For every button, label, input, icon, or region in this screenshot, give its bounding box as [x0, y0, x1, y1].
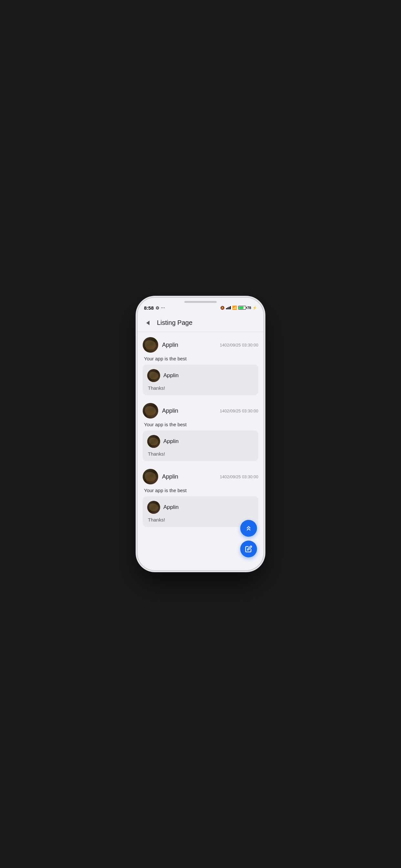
avatar-image [143, 337, 158, 352]
status-clock-icon: ⊙ [156, 306, 159, 310]
avatar [143, 469, 158, 485]
status-left: 8:58 ⊙ ··· [144, 305, 165, 311]
review-text: Your app is the best [143, 356, 258, 361]
reviewer-info: Applin 1402/09/25 03:30:00 [162, 342, 258, 348]
reply-avatar-image [147, 435, 160, 448]
reply-text: Thanks! [147, 385, 254, 391]
fab-container [240, 520, 257, 557]
back-button[interactable] [143, 318, 153, 328]
reply-name: Applin [163, 438, 179, 445]
battery-level: 78 [247, 306, 251, 310]
reply-text: Thanks! [147, 517, 254, 523]
review-date: 1402/09/25 03:30:00 [220, 343, 258, 347]
review-header: Applin 1402/09/25 03:30:00 [143, 403, 258, 418]
review-date: 1402/09/25 03:30:00 [220, 474, 258, 479]
review-item: Applin 1402/09/25 03:30:00 Your app is t… [143, 403, 258, 461]
reply-text: Thanks! [147, 451, 254, 457]
reply-box: Applin Thanks! [143, 430, 258, 461]
reply-box: Applin Thanks! [143, 365, 258, 395]
edit-button[interactable] [240, 540, 257, 557]
dynamic-island [184, 301, 217, 303]
review-text: Your app is the best [143, 422, 258, 427]
page-title: Listing Page [157, 319, 192, 327]
reviewer-name: Applin [162, 407, 178, 414]
signal-bars [226, 306, 231, 309]
avatar [143, 403, 158, 418]
reviewer-info: Applin 1402/09/25 03:30:00 [162, 473, 258, 480]
review-item: Applin 1402/09/25 03:30:00 Your app is t… [143, 469, 258, 527]
reply-header: Applin [147, 369, 254, 382]
reviewer-info: Applin 1402/09/25 03:30:00 [162, 407, 258, 414]
avatar [143, 337, 158, 352]
review-text: Your app is the best [143, 488, 258, 493]
reply-name: Applin [163, 372, 179, 379]
battery-icon [238, 306, 246, 310]
reply-avatar [147, 501, 160, 514]
page-header: Listing Page [137, 314, 264, 332]
charging-icon: ⚡ [252, 306, 257, 310]
avatar-image [143, 469, 158, 485]
reply-name: Applin [163, 504, 179, 510]
reply-header: Applin [147, 501, 254, 514]
status-dots: ··· [161, 306, 165, 310]
wifi-icon: 📶 [232, 306, 237, 310]
reply-avatar-image [147, 501, 160, 514]
reviewer-name: Applin [162, 342, 178, 348]
muted-icon: 🔕 [220, 306, 225, 310]
review-item: Applin 1402/09/25 03:30:00 Your app is t… [143, 337, 258, 395]
reply-avatar [147, 435, 160, 448]
back-arrow-icon [146, 321, 150, 325]
avatar-image [143, 403, 158, 418]
review-date: 1402/09/25 03:30:00 [220, 408, 258, 413]
status-right: 🔕 📶 78 ⚡ [220, 306, 257, 310]
reply-avatar-image [147, 369, 160, 382]
battery-fill [239, 306, 243, 309]
scroll-top-button[interactable] [240, 520, 257, 537]
review-header: Applin 1402/09/25 03:30:00 [143, 469, 258, 485]
status-time: 8:58 [144, 305, 154, 311]
reply-header: Applin [147, 435, 254, 448]
reviewer-name: Applin [162, 473, 178, 480]
pencil-icon [245, 546, 252, 553]
chevron-double-up-icon [245, 525, 252, 532]
phone-frame: 8:58 ⊙ ··· 🔕 📶 78 ⚡ Listing Page [137, 298, 264, 570]
status-bar: 8:58 ⊙ ··· 🔕 📶 78 ⚡ [137, 298, 264, 314]
reply-avatar [147, 369, 160, 382]
review-header: Applin 1402/09/25 03:30:00 [143, 337, 258, 352]
